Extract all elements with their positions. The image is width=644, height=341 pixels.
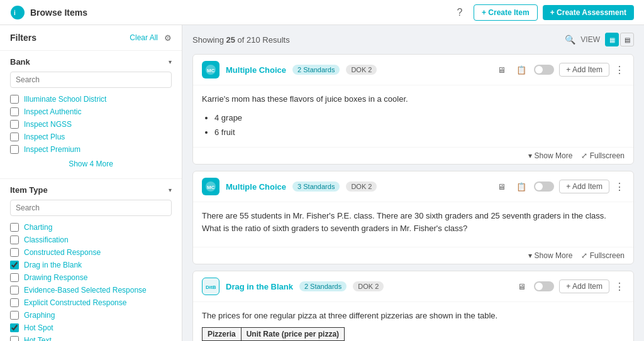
list-item[interactable]: Illuminate School District: [10, 93, 172, 106]
bank-checkbox-plus[interactable]: [10, 133, 19, 141]
view-label: VIEW: [580, 35, 600, 44]
type-checkbox-classification[interactable]: [10, 235, 19, 244]
bank-label-premium: Inspect Premium: [24, 145, 80, 154]
show-more-button[interactable]: ▾ Show More: [528, 251, 572, 260]
list-item: 6 fruit: [214, 125, 625, 139]
item-actions: 🖥 + Add Item ⋮: [514, 279, 625, 294]
type-checkbox-drag[interactable]: [10, 261, 19, 269]
type-checkbox-hottext[interactable]: [10, 336, 19, 341]
type-checkbox-evidence[interactable]: [10, 286, 19, 295]
more-options-button[interactable]: ⋮: [614, 281, 625, 293]
bank-chevron-icon[interactable]: ▾: [169, 58, 172, 65]
fullscreen-button[interactable]: ⤢ Fullscreen: [581, 251, 625, 260]
item-text: There are 55 students in Mr. Fisher's P.…: [202, 210, 625, 234]
header-actions: ? + Create Item + Create Assessment: [451, 4, 634, 21]
fullscreen-button[interactable]: ⤢ Fullscreen: [581, 151, 625, 160]
bank-checkbox-illuminate[interactable]: [10, 95, 19, 104]
type-checkbox-graphing[interactable]: [10, 311, 19, 320]
item-card-header: MC Multiple Choice 3 Standards DOK 2 🖥 📋…: [193, 171, 633, 202]
add-item-button[interactable]: + Add Item: [559, 180, 609, 193]
page-title: Browse Items: [30, 8, 451, 18]
list-item[interactable]: Inspect Premium: [10, 143, 172, 156]
list-item[interactable]: Explicit Constructed Response: [10, 296, 172, 309]
toggle-switch[interactable]: [534, 181, 554, 192]
bank-label-illuminate: Illuminate School District: [24, 95, 106, 104]
bank-label-ngss: Inspect NGSS: [24, 120, 72, 129]
content-search-button[interactable]: 🔍: [565, 35, 575, 45]
add-item-button[interactable]: + Add Item: [559, 63, 609, 77]
show-more-button[interactable]: ▾ Show More: [528, 151, 572, 160]
item-card: MC Multiple Choice 3 Standards DOK 2 🖥 📋…: [192, 171, 634, 264]
dok-badge: DOK 2: [353, 281, 384, 291]
item-actions: 🖥 📋 + Add Item ⋮: [494, 62, 625, 77]
item-type-chevron-icon[interactable]: ▾: [169, 187, 172, 193]
item-type-icon: DitB: [202, 278, 219, 295]
clear-all-button[interactable]: Clear All: [130, 33, 158, 42]
app-logo: i: [10, 5, 25, 20]
bank-label-plus: Inspect Plus: [24, 133, 65, 141]
copy-icon-button[interactable]: 📋: [514, 62, 529, 77]
bank-checkbox-premium[interactable]: [10, 145, 19, 154]
bank-filter-section: Bank ▾ Illuminate School District Inspec…: [0, 51, 182, 179]
list-item[interactable]: Constructed Response: [10, 246, 172, 259]
more-options-button[interactable]: ⋮: [614, 181, 625, 193]
list-view-button[interactable]: ▦: [605, 33, 619, 46]
table-header: Unit Rate (price per pizza): [241, 327, 344, 340]
bank-search-input[interactable]: [10, 72, 172, 88]
list-item: 4 grape: [214, 111, 625, 125]
item-card: DitB Drag in the Blank 2 Standards DOK 2…: [192, 271, 634, 341]
list-item[interactable]: Inspect NGSS: [10, 118, 172, 131]
create-assessment-button[interactable]: + Create Assessment: [543, 5, 634, 20]
item-type-label: Drag in the Blank: [226, 282, 293, 291]
dok-badge: DOK 2: [346, 181, 377, 192]
sidebar-header: Filters Clear All ⚙: [0, 25, 182, 51]
list-item[interactable]: Graphing: [10, 309, 172, 322]
type-label-hotspot: Hot Spot: [24, 323, 53, 332]
list-item[interactable]: Inspect Plus: [10, 131, 172, 143]
svg-text:MC: MC: [207, 68, 215, 73]
list-item[interactable]: Hot Spot: [10, 322, 172, 334]
toggle-switch[interactable]: [534, 281, 554, 291]
type-checkbox-constructed[interactable]: [10, 248, 19, 257]
monitor-icon-button[interactable]: 🖥: [494, 62, 509, 77]
standards-badge: 2 Standards: [292, 65, 340, 75]
list-item[interactable]: Hot Text: [10, 334, 172, 341]
toggle-switch[interactable]: [534, 65, 554, 75]
type-label-charting: Charting: [24, 223, 52, 232]
help-button[interactable]: ?: [451, 4, 469, 21]
list-item[interactable]: Charting: [10, 221, 172, 234]
bank-checkbox-authentic[interactable]: [10, 107, 19, 116]
item-type-section-title: Item Type: [10, 185, 48, 195]
filters-title: Filters: [10, 33, 36, 43]
grid-view-button[interactable]: ▤: [620, 33, 634, 46]
bank-label-authentic: Inspect Authentic: [24, 107, 81, 116]
item-type-label: Multiple Choice: [226, 182, 286, 192]
create-item-button[interactable]: + Create Item: [474, 4, 538, 21]
sidebar-header-controls: Clear All ⚙: [130, 33, 172, 43]
copy-icon-button[interactable]: 📋: [514, 179, 529, 194]
type-checkbox-charting[interactable]: [10, 223, 19, 232]
bank-show-more-link[interactable]: Show 4 More: [10, 156, 172, 172]
list-item[interactable]: Drawing Response: [10, 271, 172, 284]
list-item[interactable]: Inspect Authentic: [10, 106, 172, 118]
table-header: Pizzeria: [203, 327, 242, 340]
monitor-icon-button[interactable]: 🖥: [494, 179, 509, 194]
list-item[interactable]: Evidence-Based Selected Response: [10, 284, 172, 296]
type-checkbox-explicit[interactable]: [10, 298, 19, 307]
list-item[interactable]: Drag in the Blank: [10, 259, 172, 271]
type-label-constructed: Constructed Response: [24, 248, 101, 257]
monitor-icon-button[interactable]: 🖥: [514, 279, 529, 294]
type-label-drag: Drag in the Blank: [24, 261, 82, 269]
add-item-button[interactable]: + Add Item: [559, 279, 609, 293]
type-checkbox-hotspot[interactable]: [10, 323, 19, 332]
more-options-button[interactable]: ⋮: [614, 64, 625, 76]
item-card-body: Karrie's mom has these flavors of juice …: [193, 85, 633, 147]
bank-checkbox-ngss[interactable]: [10, 120, 19, 129]
item-type-search-input[interactable]: [10, 200, 172, 216]
item-card-header: DitB Drag in the Blank 2 Standards DOK 2…: [193, 271, 633, 302]
list-item[interactable]: Classification: [10, 234, 172, 246]
item-card-footer: ▾ Show More ⤢ Fullscreen: [193, 147, 633, 164]
sidebar: Filters Clear All ⚙ Bank ▾ Illuminate Sc…: [0, 25, 182, 341]
type-checkbox-drawing[interactable]: [10, 273, 19, 282]
gear-icon[interactable]: ⚙: [164, 33, 172, 43]
